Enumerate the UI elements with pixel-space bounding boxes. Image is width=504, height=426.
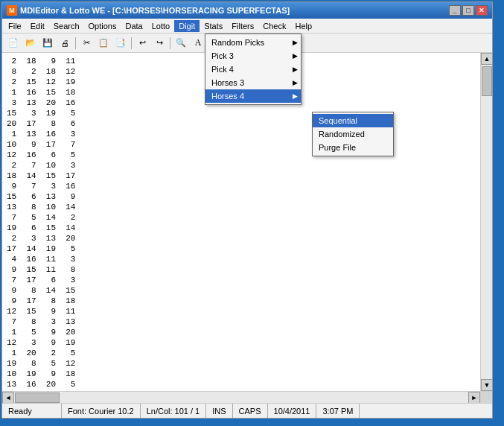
new-button[interactable]: 📄	[5, 36, 22, 51]
vertical-scrollbar[interactable]: ▲ ▼	[480, 53, 492, 391]
editor-line: 4 16 11 3	[7, 254, 476, 264]
scrollbar-corner	[480, 392, 492, 404]
maximize-button[interactable]: □	[462, 5, 474, 16]
random-picks-arrow: ▶	[293, 39, 298, 46]
title-bar-left: M MDIEditor & Lotto WE - [C:\HORSES\HORS…	[7, 5, 290, 16]
random-picks-item[interactable]: Random Picks ▶	[205, 36, 301, 49]
editor-line: 19 5 16 12	[7, 390, 476, 391]
redo-button[interactable]: ↪	[151, 36, 168, 51]
find-button[interactable]: 🔍	[173, 36, 189, 51]
pick3-label: Pick 3	[211, 51, 234, 60]
scroll-right-button[interactable]: ►	[468, 392, 480, 404]
editor-line: 10 9 17 7	[7, 139, 476, 150]
editor-line: 12 15 9 11	[7, 306, 476, 317]
editor-line: 17 14 19 5	[7, 244, 476, 254]
find-a-button[interactable]: A	[190, 36, 206, 51]
pick3-arrow: ▶	[293, 52, 298, 60]
pick4-item[interactable]: Pick 4 ▶	[205, 63, 301, 76]
title-controls: _ □ ✕	[449, 5, 488, 16]
horses4-arrow: ▶	[293, 92, 298, 100]
editor-line: 13 8 10 14	[7, 202, 476, 212]
scroll-left-button[interactable]: ◄	[2, 392, 14, 404]
pick4-label: Pick 4	[211, 65, 234, 74]
scroll-down-button[interactable]: ▼	[481, 379, 492, 391]
menu-options[interactable]: Options	[84, 20, 121, 32]
toolbar-sep-2	[131, 37, 132, 49]
horses4-item[interactable]: Horses 4 ▶	[205, 89, 301, 103]
close-button[interactable]: ✕	[476, 5, 488, 16]
menu-digit[interactable]: Digit	[174, 20, 200, 32]
window-title: MDIEditor & Lotto WE - [C:\HORSES\HORSER…	[20, 6, 290, 15]
horses4-label: Horses 4	[211, 92, 244, 101]
main-window: M MDIEditor & Lotto WE - [C:\HORSES\HORS…	[1, 1, 493, 419]
editor-line: 18 14 15 17	[7, 171, 476, 181]
menu-bar: File Edit Search Options Data Lotto Digi…	[2, 19, 492, 34]
editor-line: 1 5 9 20	[7, 327, 476, 337]
sequential-item[interactable]: Sequential	[313, 114, 393, 127]
menu-edit[interactable]: Edit	[26, 20, 49, 32]
toolbar-sep-1	[75, 37, 76, 49]
status-time: 3:07 PM	[316, 404, 360, 418]
random-picks-label: Random Picks	[211, 38, 264, 47]
purge-file-item[interactable]: Purge File	[313, 141, 393, 154]
editor-line: 10 19 9 18	[7, 369, 476, 379]
scroll-thumb[interactable]	[482, 66, 492, 96]
horses3-arrow: ▶	[293, 79, 298, 86]
minimize-button[interactable]: _	[449, 5, 461, 16]
h-scroll-thumb[interactable]	[15, 392, 60, 403]
editor-line: 19 8 5 12	[7, 358, 476, 369]
menu-data[interactable]: Data	[121, 20, 147, 32]
scroll-up-button[interactable]: ▲	[481, 53, 492, 65]
editor-line: 2 3 13 20	[7, 233, 476, 244]
menu-search[interactable]: Search	[49, 20, 84, 32]
print-button[interactable]: 🖨	[57, 36, 73, 51]
save-button[interactable]: 💾	[39, 36, 56, 51]
menu-lotto[interactable]: Lotto	[147, 20, 174, 32]
menu-stats[interactable]: Stats	[200, 20, 227, 32]
editor-line: 9 8 14 15	[7, 285, 476, 296]
status-caps: CAPS	[233, 404, 268, 418]
horses3-label: Horses 3	[211, 78, 244, 87]
toolbar-sep-3	[170, 37, 170, 49]
editor-line: 19 6 15 14	[7, 223, 476, 233]
status-ins: INS	[206, 404, 232, 418]
open-button[interactable]: 📂	[22, 36, 39, 51]
horses3-item[interactable]: Horses 3 ▶	[205, 76, 301, 89]
copy-button[interactable]: 📋	[95, 36, 112, 51]
randomized-item[interactable]: Randomized	[313, 127, 393, 141]
horizontal-scrollbar[interactable]	[14, 392, 468, 403]
paste-button[interactable]: 📑	[112, 36, 129, 51]
editor-line: 1 20 2 5	[7, 348, 476, 358]
digit-menu-popup[interactable]: Random Picks ▶ Pick 3 ▶ Pick 4 ▶ Horses …	[205, 34, 302, 105]
app-icon: M	[7, 5, 17, 16]
editor-line: 7 5 14 2	[7, 212, 476, 223]
menu-file[interactable]: File	[4, 20, 26, 32]
editor-line: 20 17 8 6	[7, 118, 476, 129]
cut-button[interactable]: ✂	[78, 36, 95, 51]
editor-line: 12 3 9 19	[7, 337, 476, 348]
editor-line: 9 7 3 16	[7, 181, 476, 191]
editor-line: 7 8 3 13	[7, 317, 476, 327]
menu-check[interactable]: Check	[258, 20, 290, 32]
undo-button[interactable]: ↩	[134, 36, 150, 51]
editor-line: 13 16 20 5	[7, 379, 476, 390]
scroll-track[interactable]	[481, 65, 492, 379]
horizontal-scrollbar-row: ◄ ►	[2, 391, 492, 403]
menu-filters[interactable]: Filters	[227, 20, 258, 32]
pick3-item[interactable]: Pick 3 ▶	[205, 49, 301, 63]
editor-line: 9 17 8 18	[7, 296, 476, 306]
horses4-submenu-popup[interactable]: Sequential Randomized Purge File	[312, 112, 394, 156]
editor-line: 2 7 10 3	[7, 160, 476, 171]
editor-line: 1 13 16 3	[7, 129, 476, 139]
editor-line: 15 6 13 9	[7, 191, 476, 202]
status-bar: Ready Font: Courier 10.2 Ln/Col: 101 / 1…	[2, 403, 492, 418]
pick4-arrow: ▶	[293, 66, 298, 73]
editor-line: 12 16 6 5	[7, 150, 476, 160]
status-font: Font: Courier 10.2	[62, 404, 141, 418]
status-date: 10/4/2011	[268, 404, 317, 418]
editor-line: 15 3 19 5	[7, 108, 476, 118]
editor-line: 9 15 11 8	[7, 264, 476, 275]
menu-help[interactable]: Help	[290, 20, 316, 32]
status-ready: Ready	[2, 404, 62, 418]
title-bar: M MDIEditor & Lotto WE - [C:\HORSES\HORS…	[2, 2, 492, 19]
